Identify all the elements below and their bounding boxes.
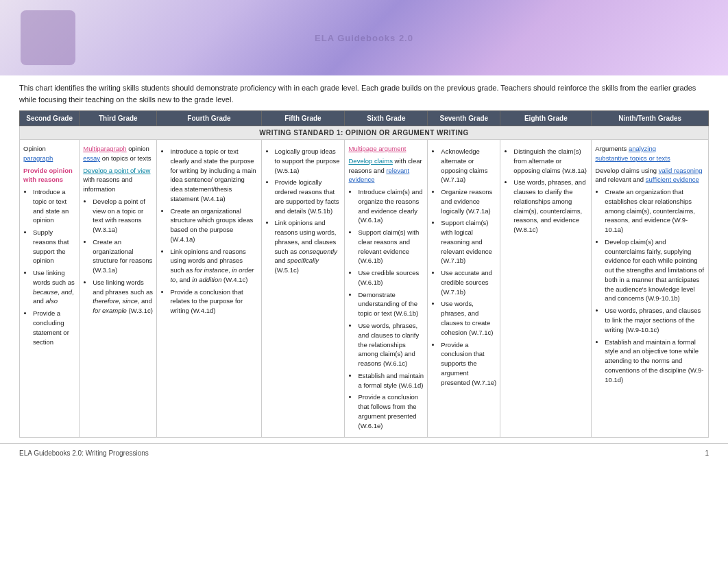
eighth-grade-item-2: Use words, phrases, and clauses to clari… — [513, 178, 587, 235]
grade-header-ninth-tenth: Ninth/Tenth Grades — [592, 111, 709, 126]
grade-header-eighth: Eighth Grade — [500, 111, 592, 126]
ninth-tenth-arguments-text: Arguments — [595, 145, 629, 152]
fourth-grade-cell: Introduce a topic or text clearly and st… — [157, 140, 261, 438]
writing-standards-table: Second Grade Third Grade Fourth Grade Fi… — [19, 110, 709, 438]
third-grade-list: Develop a point of view on a topic or te… — [83, 197, 153, 316]
eighth-grade-cell: Distinguish the claim(s) from alternate … — [500, 140, 592, 438]
ninth-tenth-topics: substantive topics or texts — [595, 154, 705, 163]
seventh-grade-item-2: Organize reasons and evidence logically … — [441, 187, 496, 215]
second-grade-paragraph-link: paragraph — [23, 154, 53, 162]
grade-header-second: Second Grade — [20, 111, 80, 126]
sixth-grade-item-6: Establish and maintain a formal style (W… — [358, 371, 424, 390]
second-grade-item-1: Introduce a topic or text and state an o… — [33, 187, 75, 225]
grade-header-sixth: Sixth Grade — [345, 111, 428, 126]
fourth-grade-list: Introduce a topic or text clearly and st… — [160, 147, 257, 316]
fifth-grade-item-2: Provide logically ordered reasons that a… — [275, 178, 341, 215]
intro-paragraph: This chart identifies the writing skills… — [0, 75, 728, 110]
seventh-grade-item-5: Use words, phrases, and clauses to creat… — [441, 299, 496, 337]
grade-header-seventh: Seventh Grade — [428, 111, 500, 126]
seventh-grade-cell: Acknowledge alternate or opposing claims… — [428, 140, 500, 438]
fifth-grade-cell: Logically group ideas to support the pur… — [261, 140, 345, 438]
standard-title-cell: WRITING STANDARD 1: OPINION OR ARGUMENT … — [20, 126, 709, 140]
fourth-grade-item-4: Provide a conclusion that relates to the… — [170, 287, 257, 316]
ninth-tenth-intro: Arguments analyzing — [595, 144, 705, 154]
third-grade-opinion-text: opinion — [128, 145, 149, 152]
second-grade-provide-opinion: Provide opinion with reasons — [23, 167, 73, 184]
sixth-grade-item-3: Use credible sources (W.6.1b) — [358, 268, 424, 287]
ninth-tenth-valid-link: valid reasoning — [659, 167, 703, 174]
ninth-tenth-item-1: Create an organization that establishes … — [605, 187, 705, 235]
eighth-grade-list: Distinguish the claim(s) from alternate … — [504, 147, 587, 235]
second-grade-cell: Opinion paragraph Provide opinion with r… — [20, 140, 80, 438]
seventh-grade-item-3: Support claim(s) with logical reasoning … — [441, 218, 496, 266]
fifth-grade-list: Logically group ideas to support the pur… — [265, 147, 341, 275]
sixth-grade-item-1: Introduce claim(s) and organize the reas… — [358, 187, 424, 225]
third-grade-multiparagraph: Multiparagraph — [83, 145, 126, 152]
sixth-grade-cell: Multipage argument Develop claims with c… — [345, 140, 428, 438]
grade-header-fourth: Fourth Grade — [157, 111, 261, 126]
sixth-grade-develop: Develop claims with clear reasons and re… — [348, 156, 424, 185]
header-banner: ELA Guidebooks 2.0 — [0, 0, 728, 75]
grade-header-third: Third Grade — [80, 111, 157, 126]
seventh-grade-item-1: Acknowledge alternate or opposing claims… — [441, 147, 496, 185]
ninth-tenth-item-2: Develop claim(s) and counterclaims fairl… — [605, 237, 705, 303]
sixth-grade-develop-claims: Develop claims — [348, 157, 392, 165]
third-grade-item-2: Create an organizational structure for r… — [93, 237, 153, 275]
ninth-tenth-analyzing-link: analyzing — [629, 145, 656, 152]
seventh-grade-item-6: Provide a conclusion that supports the a… — [441, 340, 496, 388]
seventh-grade-list: Acknowledge alternate or opposing claims… — [431, 147, 496, 387]
standard-title-row: WRITING STANDARD 1: OPINION OR ARGUMENT … — [20, 126, 709, 140]
ninth-tenth-sufficient-link: sufficient evidence — [646, 176, 699, 183]
third-grade-intro: Multiparagraph opinion essay on topics o… — [83, 144, 153, 163]
grade-header-fifth: Fifth Grade — [261, 111, 345, 126]
sixth-grade-item-2: Support claim(s) with clear reasons and … — [358, 228, 424, 266]
third-grade-essay-link: essay — [83, 154, 100, 162]
sixth-grade-item-4: Demonstrate understanding of the topic o… — [358, 290, 424, 318]
fifth-grade-item-3: Link opinions and reasons using words, p… — [275, 218, 341, 275]
fourth-grade-item-3: Link opinions and reasons using words an… — [170, 247, 257, 285]
ninth-tenth-grade-cell: Arguments analyzing substantive topics o… — [592, 140, 709, 438]
footer-left: ELA Guidebooks 2.0: Writing Progressions — [19, 449, 149, 457]
third-grade-item-1: Develop a point of view on a topic or te… — [93, 197, 153, 235]
ninth-tenth-topics-link: substantive topics or texts — [595, 154, 670, 162]
fourth-grade-item-1: Introduce a topic or text clearly and st… — [170, 147, 257, 204]
third-grade-item-3: Use linking words and phrases such as th… — [93, 278, 153, 316]
ninth-tenth-item-4: Establish and maintain a formal style an… — [605, 338, 705, 385]
third-grade-develop-link: Develop a point of view — [83, 167, 150, 174]
third-grade-cell: Multiparagraph opinion essay on topics o… — [80, 140, 157, 438]
intro-text: This chart identifies the writing skills… — [19, 84, 696, 104]
second-grade-tagline: Provide opinion with reasons — [23, 166, 75, 185]
sixth-grade-multipage-link: Multipage argument — [348, 145, 406, 152]
third-grade-develop: Develop a point of view with reasons and… — [83, 166, 153, 194]
ninth-tenth-list: Create an organization that establishes … — [595, 187, 705, 384]
footer: ELA Guidebooks 2.0: Writing Progressions… — [0, 443, 728, 462]
seventh-grade-item-4: Use accurate and credible sources (W.7.1… — [441, 268, 496, 296]
content-row: Opinion paragraph Provide opinion with r… — [20, 140, 709, 438]
sixth-grade-item-5: Use words, phrases, and clauses to clari… — [358, 321, 424, 368]
second-grade-intro: Opinion paragraph — [23, 144, 75, 163]
eighth-grade-item-1: Distinguish the claim(s) from alternate … — [513, 147, 587, 175]
sixth-grade-multipage: Multipage argument — [348, 144, 424, 154]
header-title-area: ELA Guidebooks 2.0 — [315, 33, 413, 43]
fifth-grade-item-1: Logically group ideas to support the pur… — [275, 147, 341, 175]
table-container: Second Grade Third Grade Fourth Grade Fi… — [0, 110, 728, 438]
second-grade-opinion-label: Opinion — [23, 145, 46, 152]
second-grade-item-4: Provide a concluding statement or sectio… — [33, 309, 75, 346]
second-grade-item-3: Use linking words such as because, and, … — [33, 268, 75, 306]
fourth-grade-item-2: Create an organizational structure which… — [170, 207, 257, 244]
footer-right: 1 — [705, 449, 709, 457]
third-grade-topics-text: on topics or texts — [102, 154, 151, 162]
header-title: ELA Guidebooks 2.0 — [315, 33, 413, 43]
sixth-grade-item-7: Provide a conclusion that follows from t… — [358, 392, 424, 430]
ninth-tenth-item-3: Use words, phrases, and clauses to link … — [605, 306, 705, 334]
sixth-grade-list: Introduce claim(s) and organize the reas… — [348, 187, 424, 430]
ninth-tenth-develop: Develop claims using valid reasoning and… — [595, 166, 705, 185]
second-grade-list: Introduce a topic or text and state an o… — [23, 187, 75, 346]
third-grade-develop-rest: with reasons and information — [83, 176, 132, 193]
second-grade-item-2: Supply reasons that support the opinion — [33, 228, 75, 266]
grade-header-row: Second Grade Third Grade Fourth Grade Fi… — [20, 111, 709, 126]
